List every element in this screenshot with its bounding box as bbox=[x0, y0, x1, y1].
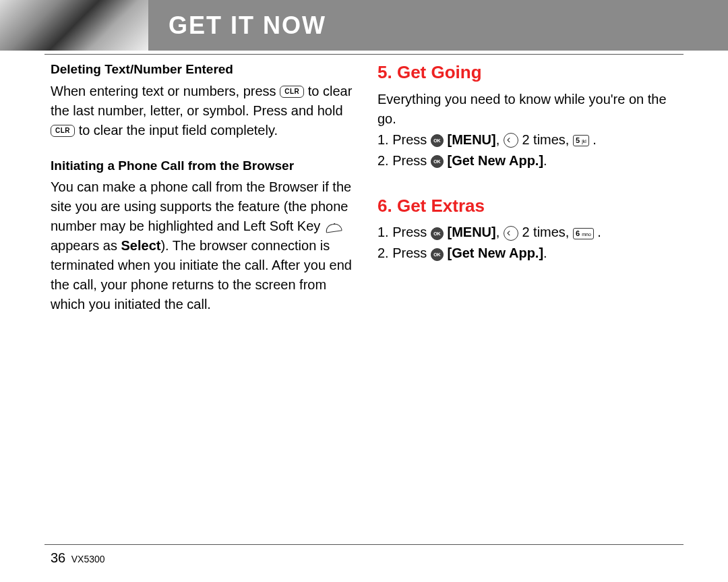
footer-rule bbox=[44, 544, 684, 545]
header-decorative-image bbox=[0, 0, 148, 51]
num-6-key-icon: 6 mno bbox=[573, 228, 594, 239]
subheading-phone-call: Initiating a Phone Call from the Browser bbox=[51, 156, 357, 175]
subheading-deleting: Deleting Text/Number Entered bbox=[51, 60, 357, 79]
get-new-app-label: [Get New App.] bbox=[447, 153, 543, 168]
page-number: 36 bbox=[51, 550, 65, 565]
section-deleting-text: Deleting Text/Number Entered When enteri… bbox=[51, 60, 357, 140]
page-header: GET IT NOW bbox=[0, 0, 728, 51]
text-fragment: to clear the input field completely. bbox=[79, 123, 278, 138]
header-rule bbox=[44, 54, 684, 55]
text-fragment: 2. Press bbox=[377, 153, 431, 168]
nav-left-key-icon bbox=[504, 133, 518, 148]
page-footer: 36 VX5300 bbox=[51, 550, 105, 566]
text-fragment: , bbox=[496, 225, 504, 239]
text-fragment: . bbox=[543, 245, 547, 260]
ok-key-icon: OK bbox=[431, 248, 444, 261]
clr-key-icon: CLR bbox=[51, 125, 75, 137]
left-column: Deleting Text/Number Entered When enteri… bbox=[51, 60, 357, 330]
text-fragment: You can make a phone call from the Brows… bbox=[51, 179, 351, 233]
text-fragment: . bbox=[597, 225, 601, 239]
ok-key-icon: OK bbox=[431, 227, 444, 240]
ok-key-icon: OK bbox=[431, 134, 444, 147]
clr-key-icon: CLR bbox=[280, 86, 304, 98]
left-soft-key-icon bbox=[324, 221, 342, 233]
section-get-extras: 6. Get Extras 1. Press OK [MENU], 2 time… bbox=[377, 194, 688, 264]
get-going-step-1: 1. Press OK [MENU], 2 times, 5 jkl . bbox=[377, 130, 688, 150]
get-extras-step-2: 2. Press OK [Get New App.]. bbox=[377, 243, 688, 263]
get-going-intro: Everything you need to know while you're… bbox=[377, 90, 688, 129]
text-fragment: When entering text or numbers, press bbox=[51, 84, 280, 98]
content-area: Deleting Text/Number Entered When enteri… bbox=[0, 51, 728, 330]
text-fragment: . bbox=[543, 153, 547, 168]
nav-left-key-icon bbox=[504, 226, 518, 241]
text-fragment: appears as bbox=[51, 238, 121, 253]
heading-get-going: 5. Get Going bbox=[377, 60, 688, 86]
section-get-going: 5. Get Going Everything you need to know… bbox=[377, 60, 688, 171]
menu-label: [MENU] bbox=[447, 132, 495, 147]
text-fragment: 2 times, bbox=[522, 132, 573, 147]
section-phone-call-browser: Initiating a Phone Call from the Browser… bbox=[51, 156, 357, 315]
text-fragment: 2 times, bbox=[522, 225, 573, 239]
ok-key-icon: OK bbox=[431, 155, 444, 168]
text-fragment: 1. Press bbox=[377, 132, 431, 147]
right-column: 5. Get Going Everything you need to know… bbox=[377, 60, 688, 330]
heading-get-extras: 6. Get Extras bbox=[377, 194, 688, 219]
get-extras-step-1: 1. Press OK [MENU], 2 times, 6 mno . bbox=[377, 223, 688, 242]
num-5-key-icon: 5 jkl bbox=[573, 135, 589, 146]
text-fragment: , bbox=[496, 132, 504, 147]
text-fragment: 2. Press bbox=[377, 245, 431, 260]
get-new-app-label: [Get New App.] bbox=[447, 245, 543, 260]
text-fragment: 1. Press bbox=[377, 225, 431, 239]
text-bold-select: Select bbox=[121, 238, 161, 253]
model-number: VX5300 bbox=[71, 554, 105, 564]
menu-label: [MENU] bbox=[447, 225, 495, 239]
text-fragment: . bbox=[593, 132, 597, 147]
phone-call-paragraph: You can make a phone call from the Brows… bbox=[51, 177, 357, 314]
chapter-title: GET IT NOW bbox=[169, 11, 326, 40]
get-going-step-2: 2. Press OK [Get New App.]. bbox=[377, 151, 688, 171]
deleting-text-paragraph: When entering text or numbers, press CLR… bbox=[51, 82, 357, 140]
